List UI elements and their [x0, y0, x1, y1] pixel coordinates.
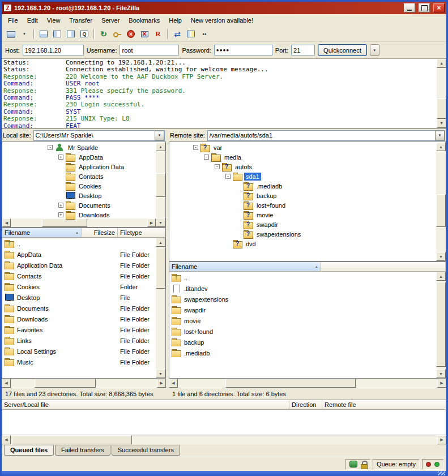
tree-item-dvd[interactable]: ?dvd	[169, 239, 436, 248]
local-tree-hscrollbar[interactable]	[2, 218, 156, 227]
scrollbar-thumb[interactable]	[42, 218, 87, 227]
menu-item-bookmarks[interactable]: Bookmarks	[124, 15, 164, 25]
scrollbar-thumb[interactable]	[156, 173, 165, 197]
file-row-application-data[interactable]: Application DataFile Folder	[2, 260, 156, 271]
scrollbar-thumb[interactable]	[35, 379, 96, 388]
cancel-button[interactable]	[124, 28, 138, 40]
tab-queued-files[interactable]: Queued files	[4, 445, 54, 456]
queue-hscrollbar[interactable]	[2, 435, 446, 444]
tree-item-swapdir[interactable]: ?swapdir	[169, 220, 436, 229]
tree-item-sda1[interactable]: -sda1	[169, 171, 436, 181]
disconnect-button[interactable]	[138, 28, 151, 40]
tree-item-appdata[interactable]: +AppData	[2, 152, 156, 162]
column-header-server-local-file[interactable]: Server/Local file	[2, 400, 289, 410]
file-row-titandev[interactable]: .titandev	[169, 283, 436, 294]
file-row-local-settings[interactable]: Local SettingsFile Folder	[2, 346, 156, 357]
maximize-button[interactable]	[419, 3, 430, 12]
process-queue-button[interactable]	[110, 28, 124, 40]
transfer-queue[interactable]	[2, 410, 446, 435]
file-row-swapextensions[interactable]: swapextensions	[169, 294, 436, 305]
reconnect-button[interactable]	[151, 28, 165, 40]
scroll-down-icon[interactable]	[436, 369, 446, 378]
scrollbar-thumb[interactable]	[436, 194, 446, 227]
file-row-backup[interactable]: backup	[169, 337, 436, 348]
collapse-icon[interactable]: -	[48, 145, 53, 150]
tree-item-contacts[interactable]: Contacts	[2, 171, 156, 181]
host-input[interactable]	[23, 45, 84, 55]
tree-item-documents[interactable]: +Documents	[2, 200, 156, 210]
synchronized-browsing-button[interactable]	[170, 28, 184, 40]
scrollbar-thumb[interactable]	[437, 98, 446, 119]
scroll-right-icon[interactable]	[147, 218, 156, 227]
menu-item-transfer[interactable]: Transfer	[65, 15, 97, 25]
scroll-down-icon[interactable]	[156, 369, 165, 378]
file-row-lost-found[interactable]: lost+found	[169, 326, 436, 337]
column-header-filesize[interactable]: Filesize	[82, 228, 118, 238]
scrollbar-thumb[interactable]	[156, 248, 165, 289]
log-scrollbar[interactable]	[437, 59, 446, 128]
file-row-desktop[interactable]: DesktopFile	[2, 292, 156, 303]
scrollbar-thumb[interactable]	[12, 435, 132, 444]
scroll-up-icon[interactable]	[156, 142, 165, 151]
encryption-icon[interactable]	[361, 461, 366, 468]
expand-icon[interactable]: +	[58, 212, 63, 217]
scroll-up-icon[interactable]	[156, 238, 165, 247]
column-header-remote-file[interactable]: Remote file	[322, 400, 446, 410]
tree-item-backup[interactable]: ?backup	[169, 191, 436, 200]
menu-item-new-version-available[interactable]: New version available!	[186, 15, 258, 25]
tree-item-desktop[interactable]: Desktop	[2, 191, 156, 200]
file-row-appdata[interactable]: AppDataFile Folder	[2, 249, 156, 260]
remote-tree-scrollbar[interactable]	[436, 142, 446, 261]
file-row-swapdir[interactable]: swapdir	[169, 305, 436, 315]
remote-list-hscrollbar[interactable]	[169, 379, 446, 388]
speed-limits-icon[interactable]	[349, 461, 357, 468]
file-row-movie[interactable]: movie	[169, 315, 436, 326]
quickconnect-dropdown-button[interactable]	[370, 44, 379, 56]
password-input[interactable]	[214, 45, 272, 55]
menu-item-view[interactable]: View	[42, 15, 65, 25]
file-row-mediadb[interactable]: .mediadb	[169, 348, 436, 358]
file-row-item[interactable]: ↑..	[169, 272, 436, 283]
menu-item-server[interactable]: Server	[97, 15, 124, 25]
file-row-favorites[interactable]: FavoritesFile Folder	[2, 324, 156, 335]
tree-item-var[interactable]: -?var	[169, 143, 436, 152]
tree-item-lost-found[interactable]: ?lost+found	[169, 200, 436, 210]
column-header-filetype[interactable]: Filetype	[118, 228, 165, 238]
file-row-links[interactable]: LinksFile Folder	[2, 335, 156, 346]
scroll-up-icon[interactable]	[436, 142, 446, 151]
collapse-icon[interactable]: -	[204, 155, 209, 160]
local-list-scrollbar[interactable]	[156, 238, 165, 378]
site-manager-button[interactable]	[4, 28, 18, 40]
local-list-hscrollbar[interactable]	[2, 379, 166, 388]
expand-icon[interactable]: +	[58, 203, 63, 208]
scroll-left-icon[interactable]	[2, 435, 11, 444]
column-header-direction[interactable]: Direction	[289, 400, 322, 410]
tree-item-cookies[interactable]: Cookies	[2, 181, 156, 191]
expand-icon[interactable]: +	[58, 155, 63, 160]
tree-item-movie[interactable]: ?movie	[169, 210, 436, 220]
scroll-left-icon[interactable]	[169, 379, 178, 388]
tree-item-application-data[interactable]: Application Data	[2, 162, 156, 171]
toggle-remote-tree-button[interactable]	[64, 28, 78, 40]
column-header-filename[interactable]: Filename▲	[2, 228, 82, 238]
toggle-queue-button[interactable]	[78, 28, 91, 40]
tab-failed-transfers[interactable]: Failed transfers	[55, 445, 110, 456]
scroll-down-icon[interactable]	[437, 119, 446, 128]
collapse-icon[interactable]: -	[215, 164, 220, 169]
tree-item-media[interactable]: -media	[169, 152, 436, 162]
tree-item-swapextensions[interactable]: ?swapextensions	[169, 229, 436, 239]
title-bar[interactable]: Z 192.168.1.20 - root@192.168.1.20 - Fil…	[2, 2, 446, 14]
tree-item-autofs[interactable]: -?autofs	[169, 162, 436, 171]
tree-item-mediadb[interactable]: ?.mediadb	[169, 181, 436, 191]
remote-list-scrollbar[interactable]	[436, 272, 446, 378]
directory-comparison-button[interactable]	[184, 28, 198, 40]
column-header-filename[interactable]: Filename▲	[169, 262, 321, 272]
scrollbar-thumb[interactable]	[436, 282, 446, 367]
port-input[interactable]	[291, 45, 315, 55]
scrollbar-thumb[interactable]	[225, 379, 356, 388]
minimize-button[interactable]	[404, 3, 415, 12]
remote-site-combo[interactable]: /var/media/autofs/sda1	[207, 130, 445, 141]
close-button[interactable]	[433, 3, 445, 12]
refresh-button[interactable]	[97, 28, 110, 40]
scroll-left-icon[interactable]	[2, 379, 11, 388]
